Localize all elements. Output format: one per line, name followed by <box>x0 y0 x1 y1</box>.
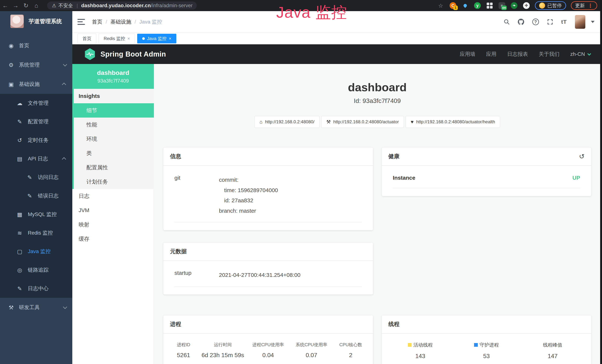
browser-back-icon[interactable]: ← <box>0 2 10 9</box>
sidebar-item-api-log[interactable]: ▤ API 日志 <box>0 150 72 168</box>
close-icon[interactable]: × <box>169 36 171 41</box>
process-card: 进程 进程ID 5261 运行时间 <box>163 315 373 364</box>
sidebar-item-trace[interactable]: ◎ 链路追踪 <box>0 261 72 279</box>
screen-icon: ▢ <box>16 248 24 255</box>
metadata-card: 元数据 startup 2021-04-27T00:44:31.254+08:0… <box>163 242 373 295</box>
sba-item-details[interactable]: 细节 <box>74 103 154 118</box>
tab-home[interactable]: 首页 <box>77 34 97 43</box>
switch-extension-icon[interactable]: ≡ on <box>498 2 505 9</box>
health-instance-row[interactable]: Instance UP <box>393 175 580 188</box>
on-badge: on <box>501 6 507 10</box>
sidebar-item-file[interactable]: ☁ 文件管理 <box>0 94 72 112</box>
sba-link-about[interactable]: 关于我们 <box>539 51 559 58</box>
sidebar-item-java[interactable]: ▢ Java 监控 <box>0 242 72 261</box>
sba-link-applications[interactable]: 应用 <box>486 51 496 58</box>
sba-item-jvm[interactable]: JVM <box>72 203 154 217</box>
sba-item-configprops[interactable]: 配置属性 <box>74 161 154 175</box>
edit-icon: ✎ <box>16 118 24 125</box>
github-icon[interactable] <box>518 19 524 25</box>
threads-legend: 活动线程 143 守护进程 <box>387 342 586 360</box>
process-col-proc-cpu: 进程CPU使用率 0.04 <box>246 342 290 359</box>
sba-item-environment[interactable]: 环境 <box>74 132 154 146</box>
url-domain: dashboard.yudao.iocoder.cn <box>81 3 151 9</box>
app-brand-name: 芋道管理系统 <box>29 18 62 25</box>
actuator-url-button[interactable]: ⚒ http://192.168.0.2:48080/actuator <box>321 116 404 128</box>
grid-extension-icon[interactable] <box>486 2 493 9</box>
scrollbar-track[interactable] <box>600 0 602 364</box>
sidebar-item-home[interactable]: ◉ 首页 <box>0 36 72 55</box>
sidebar-item-dev-tools[interactable]: ⚒ 研发工具 <box>0 298 72 317</box>
legend-live-threads: 活动线程 143 <box>387 342 453 360</box>
spring-boot-admin: Spring Boot Admin 应用墙 应用 日志报表 关于我们 zh-CN <box>72 44 602 364</box>
emoji-avatar-icon <box>539 3 545 9</box>
profile-paused-chip[interactable]: 已暂停 <box>535 1 566 10</box>
pin-icon <box>463 3 467 8</box>
breadcrumb: 首页 / 基础设施 / Java 监控 <box>92 18 162 25</box>
sba-brand-title[interactable]: Spring Boot Admin <box>100 50 166 58</box>
collapse-menu-icon[interactable] <box>77 19 85 25</box>
sidebar-item-redis[interactable]: ≋ Redis 监控 <box>0 224 72 242</box>
sidebar-item-infra[interactable]: ▣ 基础设施 <box>0 75 72 94</box>
browser-update-button[interactable]: 更新 ⋮ <box>571 1 597 10</box>
process-card-header: 进程 <box>163 315 373 334</box>
address-bar[interactable]: ⚠ 不安全 | dashboard.yudao.iocoder.cn/infra… <box>47 1 197 10</box>
tab-redis[interactable]: Redis 监控 × <box>99 34 135 43</box>
puzzle-extension-icon[interactable]: ✚ <box>523 2 530 9</box>
squares-icon <box>487 3 493 9</box>
tab-java-active[interactable]: Java 监控 × <box>137 34 176 43</box>
leaf-extension-icon[interactable]: ❧ <box>510 2 518 9</box>
extension-orange-icon[interactable]: C 1 <box>449 2 457 9</box>
bookmark-star-icon[interactable]: ☆ <box>437 2 444 9</box>
header-actions: ? tT <box>504 15 595 29</box>
sba-item-caches[interactable]: 缓存 <box>72 232 154 246</box>
help-icon[interactable]: ? <box>532 19 539 25</box>
sba-item-logs[interactable]: 日志 <box>72 189 154 203</box>
green-circle-icon: y <box>474 2 481 9</box>
sba-item-classes[interactable]: 类 <box>74 146 154 161</box>
process-col-sys-cpu: 系统CPU使用率 0.07 <box>290 342 333 359</box>
extension-green-y-icon[interactable]: y <box>474 2 481 9</box>
sba-item-metrics[interactable]: 性能 <box>74 118 154 132</box>
document-icon: ✎ <box>16 285 24 292</box>
app-menu: ◉ 首页 ⚙ 系统管理 ▣ 基础设施 ☁ 文件管理 <box>0 32 72 317</box>
sidebar-item-log-center[interactable]: ✎ 日志中心 <box>0 279 72 298</box>
pin-extension-icon[interactable] <box>462 2 469 9</box>
sba-link-wall[interactable]: 应用墙 <box>460 51 475 58</box>
sba-item-scheduled-tasks[interactable]: 计划任务 <box>74 175 154 189</box>
health-url-button[interactable]: ♥ http://192.168.0.2:48080/actuator/heal… <box>406 116 500 128</box>
fullscreen-icon[interactable] <box>547 19 553 25</box>
sidebar-item-config[interactable]: ✎ 配置管理 <box>0 112 72 131</box>
sidebar-item-mysql[interactable]: ▦ MySQL 监控 <box>0 205 72 224</box>
home-icon: ⌂ <box>259 119 263 125</box>
instance-header[interactable]: dashboard 93a3fc7f7409 <box>72 64 154 89</box>
service-url-button[interactable]: ⌂ http://192.168.0.2:48080/ <box>255 116 320 128</box>
browser-forward-icon[interactable]: → <box>10 2 21 9</box>
font-size-icon[interactable]: tT <box>561 19 567 25</box>
security-warning-icon[interactable]: ⚠ <box>52 3 56 9</box>
breadcrumb-home[interactable]: 首页 <box>92 18 102 25</box>
sidebar-item-system[interactable]: ⚙ 系统管理 <box>0 55 72 75</box>
browser-reload-icon[interactable]: ↻ <box>21 2 31 9</box>
breadcrumb-infra[interactable]: 基础设施 <box>110 18 131 25</box>
close-icon[interactable]: × <box>127 36 130 41</box>
sidebar-item-job[interactable]: ↺ 定时任务 <box>0 131 72 150</box>
instance-id: 93a3fc7f7409 <box>97 78 129 84</box>
sba-logo-icon[interactable] <box>84 48 96 60</box>
user-avatar[interactable] <box>575 15 585 29</box>
history-icon[interactable]: ↺ <box>579 153 585 160</box>
sidebar-item-access-log[interactable]: ✎ 访问日志 <box>0 168 72 187</box>
avatar-caret-icon[interactable] <box>591 21 595 23</box>
sba-link-journal[interactable]: 日志报表 <box>507 51 528 58</box>
annotation-java-monitor: Java 监控 <box>276 2 347 23</box>
sidebar-item-error-log[interactable]: ✎ 错误日志 <box>0 187 72 205</box>
paused-label: 已暂停 <box>547 2 562 9</box>
browser-home-icon[interactable]: ⌂ <box>31 2 42 9</box>
browser-menu-icon[interactable]: ⋮ <box>588 3 593 9</box>
tools-icon: ⚒ <box>7 304 15 311</box>
info-card-header: 信息 <box>163 147 373 166</box>
sba-sidebar: dashboard 93a3fc7f7409 Insights 细节 性能 环境… <box>72 64 154 364</box>
sba-item-mappings[interactable]: 映射 <box>72 217 154 232</box>
search-icon[interactable] <box>504 19 510 25</box>
locale-selector[interactable]: zh-CN <box>570 51 590 57</box>
app-brand[interactable]: 芋道管理系统 <box>0 11 72 32</box>
